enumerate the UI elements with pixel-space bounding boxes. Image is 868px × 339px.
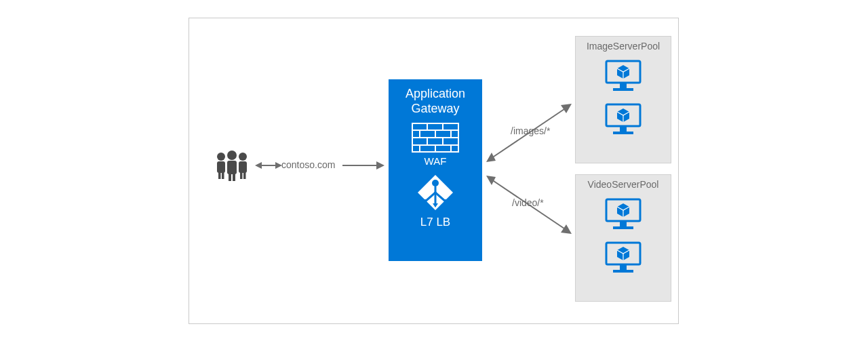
gateway-title-line1: Application (406, 87, 465, 100)
svg-rect-52 (620, 126, 627, 132)
svg-marker-41 (486, 153, 496, 162)
svg-rect-5 (217, 161, 225, 173)
svg-point-4 (217, 153, 225, 161)
arrow-right-icon (342, 161, 384, 173)
domain-label: contoso.com (281, 159, 335, 170)
application-gateway-box: Application Gateway WAF (389, 79, 482, 261)
users-icon (212, 148, 252, 182)
gateway-title-line2: Gateway (411, 102, 459, 115)
svg-rect-7 (222, 172, 224, 179)
svg-rect-47 (620, 83, 627, 88)
server-icon (604, 240, 643, 277)
server-icon (604, 102, 643, 138)
svg-rect-6 (218, 172, 221, 179)
waf-label: WAF (389, 155, 482, 167)
load-balancer-icon (416, 174, 454, 212)
svg-rect-3 (233, 173, 235, 181)
svg-rect-9 (239, 161, 247, 173)
svg-rect-63 (613, 270, 633, 273)
gateway-title: Application Gateway (389, 79, 482, 116)
arrow-bidirectional-icon (255, 161, 282, 173)
svg-point-0 (227, 151, 237, 160)
video-pool-title: VideoServerPool (576, 175, 671, 190)
route-images-label: /images/* (511, 125, 550, 136)
svg-marker-42 (561, 104, 572, 113)
video-server-pool: VideoServerPool (575, 174, 671, 302)
svg-rect-11 (243, 172, 246, 179)
lb-label: L7 LB (389, 216, 482, 229)
svg-rect-2 (229, 173, 231, 181)
svg-marker-45 (561, 224, 572, 234)
image-pool-title: ImageServerPool (576, 37, 671, 52)
route-video-label: /video/* (512, 197, 544, 208)
server-icon (604, 197, 643, 233)
svg-point-8 (239, 153, 247, 161)
svg-rect-1 (227, 161, 237, 174)
server-icon (604, 58, 643, 95)
svg-rect-53 (613, 132, 633, 134)
firewall-icon (412, 123, 459, 153)
diagram-frame: contoso.com Application Gateway (189, 18, 679, 324)
svg-rect-58 (613, 226, 633, 229)
svg-rect-57 (620, 221, 627, 226)
svg-rect-10 (240, 172, 243, 179)
svg-marker-16 (376, 161, 384, 170)
svg-rect-62 (620, 264, 627, 270)
svg-marker-44 (486, 176, 496, 185)
svg-rect-48 (613, 88, 633, 91)
svg-marker-13 (255, 162, 262, 169)
image-server-pool: ImageServerPool (575, 36, 671, 163)
